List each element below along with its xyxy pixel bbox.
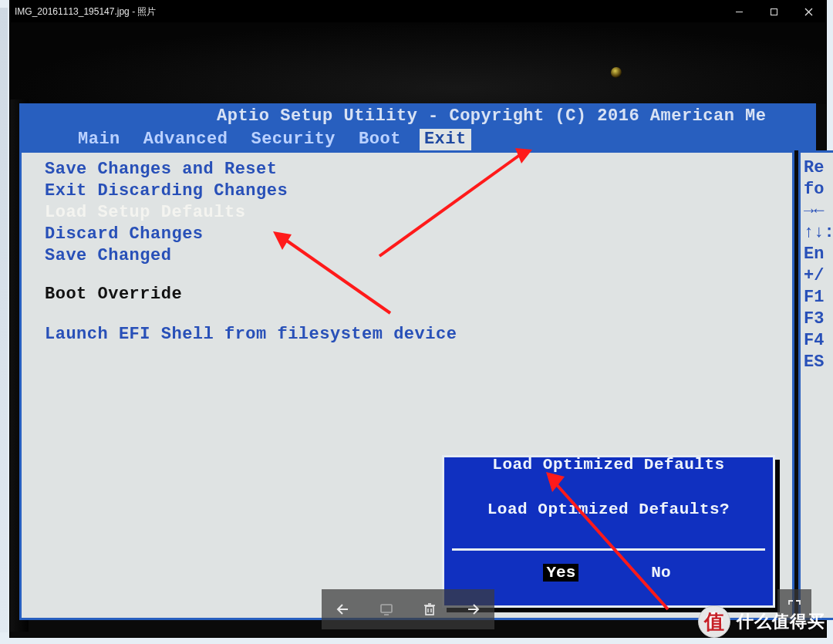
bios-tab-boot[interactable]: Boot	[354, 129, 406, 150]
toolbar-delete-button[interactable]	[408, 589, 451, 629]
help-l13: En	[804, 244, 833, 265]
help-l17: F4	[804, 330, 833, 352]
webcam-led-icon	[611, 67, 622, 78]
close-button[interactable]	[791, 1, 826, 22]
watermark-text: 什么值得买	[737, 610, 825, 633]
menu-item-save-reset[interactable]: Save Changes and Reset	[45, 159, 457, 180]
bios-header: Aptio Setup Utility - Copyright (C) 2016…	[19, 103, 816, 129]
bios-body: Save Changes and Reset Exit Discarding C…	[19, 150, 794, 620]
window-title: IMG_20161113_195147.jpg - 照片	[15, 1, 156, 22]
toolbar-comment-button[interactable]	[365, 589, 408, 629]
bios-tab-main[interactable]: Main	[73, 129, 125, 150]
svg-rect-1	[771, 8, 777, 15]
bios-tab-bar: Main Advanced Security Boot Exit	[19, 129, 816, 150]
photo-viewer-toolbar	[322, 589, 494, 629]
menu-item-load-defaults[interactable]: Load Setup Defaults	[45, 202, 457, 224]
bios-dialog-message: Load Optimized Defaults?	[444, 501, 773, 518]
menu-item-exit-discard[interactable]: Exit Discarding Changes	[45, 180, 457, 202]
bios-screen: Aptio Setup Utility - Copyright (C) 2016…	[19, 103, 816, 620]
help-l1: fo	[804, 179, 833, 201]
bios-help-panel: Re fo →← ↑↓: En +/ F1 F3 F4 ES	[798, 150, 833, 620]
help-l12: ↑↓:	[804, 222, 833, 244]
bios-tab-security[interactable]: Security	[246, 129, 340, 150]
bios-dialog-button-no[interactable]: No	[648, 564, 673, 582]
menu-item-save-changed[interactable]: Save Changed	[45, 245, 457, 267]
trash-icon	[422, 602, 437, 617]
arrow-right-icon	[465, 602, 481, 617]
toolbar-next-button[interactable]	[451, 589, 494, 629]
watermark: 值 什么值得买	[698, 604, 825, 639]
help-l16: F3	[804, 309, 833, 330]
toolbar-back-button[interactable]	[322, 589, 365, 629]
bios-dialog-separator	[452, 548, 765, 551]
window-titlebar[interactable]: IMG_20161113_195147.jpg - 照片	[10, 1, 826, 22]
desktop-bg-left	[0, 8, 8, 632]
svg-rect-12	[381, 605, 392, 612]
help-l11: →←	[804, 201, 833, 222]
bios-dialog-title: Load Optimized Defaults	[463, 456, 754, 474]
bios-tab-advanced[interactable]: Advanced	[139, 129, 233, 150]
menu-item-launch-efi-shell[interactable]: Launch EFI Shell from filesystem device	[45, 324, 457, 346]
slideshow-icon	[379, 602, 394, 617]
svg-rect-14	[426, 606, 433, 615]
bios-tab-exit[interactable]: Exit	[420, 129, 471, 150]
bios-dialog-load-defaults: Load Optimized Defaults Load Optimized D…	[442, 455, 775, 608]
help-l0: Re	[804, 157, 833, 179]
bios-exit-menu: Save Changes and Reset Exit Discarding C…	[45, 159, 457, 346]
arrow-left-icon	[336, 602, 351, 617]
menu-item-discard-changes[interactable]: Discard Changes	[45, 224, 457, 245]
watermark-badge-icon: 值	[698, 605, 730, 638]
help-l18: ES	[804, 352, 833, 373]
minimize-button[interactable]	[722, 1, 757, 22]
help-l15: F1	[804, 287, 833, 309]
laptop-bezel-top	[10, 22, 826, 104]
menu-section-boot-override: Boot Override	[45, 284, 457, 305]
help-l14: +/	[804, 265, 833, 287]
maximize-button[interactable]	[757, 1, 791, 22]
bios-dialog-button-yes[interactable]: Yes	[543, 564, 578, 582]
